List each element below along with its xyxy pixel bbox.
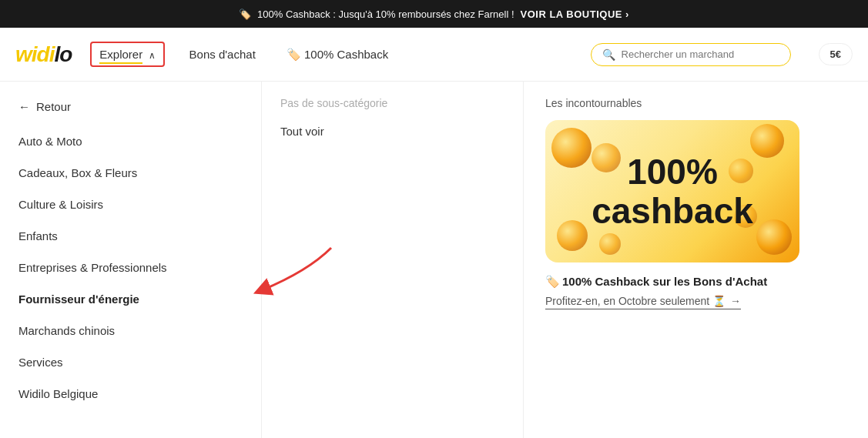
logo[interactable]: widilo xyxy=(15,42,72,67)
arrow-right-icon: → xyxy=(730,295,741,307)
no-subcategory-label: Pas de sous-catégorie xyxy=(280,97,504,109)
sidebar-item-auto-moto[interactable]: Auto & Moto xyxy=(0,125,261,157)
coin-decoration-6 xyxy=(599,233,621,255)
promo-link[interactable]: Profitez-en, en Octobre seulement ⏳ → xyxy=(545,295,741,309)
top-banner: 🏷️ 100% Cashback : Jusqu'à 10% remboursé… xyxy=(0,0,868,28)
tout-voir-link[interactable]: Tout voir xyxy=(280,125,504,138)
sidebar-item-widilo-belgique[interactable]: Widilo Belgique xyxy=(0,378,261,410)
coin-decoration-3 xyxy=(750,124,784,158)
nav-bons-achat[interactable]: Bons d'achat xyxy=(183,43,262,65)
promo-title: 🏷️100% Cashback sur les Bons d'Achat xyxy=(545,275,846,289)
banner-link[interactable]: VOIR LA BOUTIQUE › xyxy=(521,8,629,20)
nav-bons-achat-label: Bons d'achat xyxy=(189,48,256,61)
cashback-badge: 5€ xyxy=(819,43,853,65)
sidebar-item-culture[interactable]: Culture & Loisirs xyxy=(0,189,261,220)
search-bar: 🔍 xyxy=(591,43,791,66)
main-content: ← Retour Auto & Moto Cadeaux, Box & Fleu… xyxy=(0,82,868,438)
search-icon: 🔍 xyxy=(602,48,615,61)
back-label: Retour xyxy=(36,100,71,113)
nav-cashback-label: 🏷️ 100% Cashback xyxy=(287,48,388,61)
sidebar-item-enfants[interactable]: Enfants xyxy=(0,220,261,252)
tag-icon: 🏷️ xyxy=(545,275,560,288)
nav-cashback[interactable]: 🏷️ 100% Cashback xyxy=(280,43,394,66)
right-column: Les incontournables 100% cashback 🏷️100%… xyxy=(524,82,868,438)
banner-icon: 🏷️ xyxy=(239,8,251,20)
cashback-card: 100% cashback xyxy=(545,120,799,262)
banner-text: 100% Cashback : Jusqu'à 10% remboursés c… xyxy=(257,8,514,20)
coin-decoration-1 xyxy=(551,128,592,168)
sidebar-item-services[interactable]: Services xyxy=(0,346,261,378)
coin-decoration-5 xyxy=(557,220,588,251)
sidebar-item-marchands-chinois[interactable]: Marchands chinois xyxy=(0,315,261,346)
back-button[interactable]: ← Retour xyxy=(0,94,261,125)
incontournables-title: Les incontournables xyxy=(545,97,846,109)
coin-decoration-7 xyxy=(756,219,792,255)
sidebar-item-fournisseur[interactable]: Fournisseur d'énergie xyxy=(0,283,261,315)
sidebar-item-entreprises[interactable]: Entreprises & Professionnels xyxy=(0,252,261,283)
search-input[interactable] xyxy=(622,48,779,60)
sidebar-item-cadeaux[interactable]: Cadeaux, Box & Fleurs xyxy=(0,157,261,189)
cashback-card-text: 100% cashback xyxy=(592,152,753,230)
chevron-up-icon: ∧ xyxy=(146,50,155,61)
nav-explorer[interactable]: Explorer ∧ xyxy=(90,42,164,67)
sidebar: ← Retour Auto & Moto Cadeaux, Box & Fleu… xyxy=(0,82,262,438)
header: widilo Explorer ∧ Bons d'achat 🏷️ 100% C… xyxy=(0,28,868,82)
back-arrow-icon: ← xyxy=(18,100,30,113)
middle-column: Pas de sous-catégorie Tout voir xyxy=(262,82,524,438)
nav-explorer-label: Explorer xyxy=(99,48,142,64)
